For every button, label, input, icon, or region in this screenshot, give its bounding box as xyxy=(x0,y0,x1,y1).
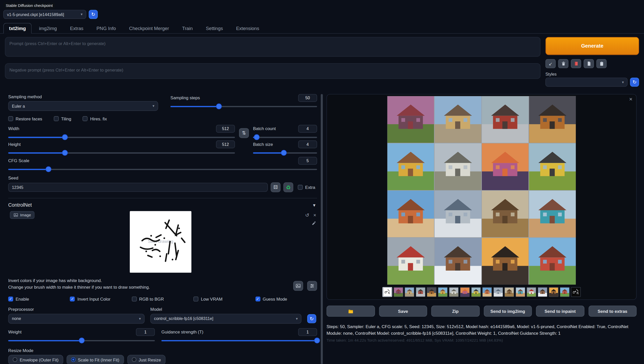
sampling-steps-value[interactable]: 50 xyxy=(298,94,317,102)
send-to-inpaint-button[interactable]: Send to inpaint xyxy=(536,305,584,317)
tab-extras[interactable]: Extras xyxy=(64,23,89,34)
swap-width-height-button[interactable]: ⇅ xyxy=(239,128,249,138)
weight-value[interactable]: 1 xyxy=(136,328,155,336)
weight-slider[interactable] xyxy=(8,338,155,343)
gallery-image-11[interactable] xyxy=(482,191,529,237)
controlnet-canvas[interactable]: Start drawing xyxy=(130,211,191,273)
rgb-to-bgr-checkbox[interactable]: RGB to BGR xyxy=(132,296,194,301)
invert-input-color-checkbox[interactable]: Invert Input Color xyxy=(70,296,132,301)
thumbnail-input-scribble[interactable] xyxy=(382,287,392,297)
thumbnail-image-5[interactable] xyxy=(438,287,448,297)
cfg-scale-slider[interactable] xyxy=(8,167,317,172)
send-to-img2img-button[interactable]: Send to img2img xyxy=(484,305,532,317)
batch-size-value[interactable]: 4 xyxy=(298,141,317,148)
tab-settings[interactable]: Settings xyxy=(200,23,229,34)
thumbnail-image-6[interactable] xyxy=(449,287,459,297)
restore-faces-checkbox[interactable]: Restore faces xyxy=(8,116,42,121)
cfg-scale-value[interactable]: 5 xyxy=(298,157,317,165)
gallery-image-9[interactable] xyxy=(387,191,434,237)
thumbnail-image-11[interactable] xyxy=(504,287,514,297)
negative-prompt-input[interactable] xyxy=(5,63,540,79)
gallery-image-3[interactable] xyxy=(482,96,529,143)
hires-fix-checkbox[interactable]: Hires. fix xyxy=(83,116,107,121)
paste-params-button[interactable]: ↙ xyxy=(545,59,556,68)
thumbnail-image-2[interactable] xyxy=(404,287,414,297)
tab-checkpoint-merger[interactable]: Checkpoint Merger xyxy=(123,23,175,34)
close-gallery-button[interactable]: × xyxy=(629,96,633,102)
extra-networks-button[interactable] xyxy=(571,59,581,68)
guess-mode-checkbox[interactable]: Guess Mode xyxy=(255,296,317,301)
refresh-styles-button[interactable]: ↻ xyxy=(630,78,639,87)
guidance-strength-slider[interactable] xyxy=(161,338,317,343)
gallery-image-12[interactable] xyxy=(529,191,576,237)
tab-train[interactable]: Train xyxy=(176,23,199,34)
brush-icon[interactable] xyxy=(312,221,316,226)
model-dropdown[interactable]: control_scribble-fp16 [c508311e] ▾ xyxy=(150,314,302,324)
gallery-image-5[interactable] xyxy=(387,143,434,190)
tab-png-info[interactable]: PNG Info xyxy=(91,23,122,34)
resize-just-resize-radio[interactable]: Just Resize xyxy=(127,355,165,364)
refresh-checkpoint-button[interactable]: ↻ xyxy=(89,10,98,19)
thumbnail-inverted-scribble[interactable] xyxy=(571,287,581,297)
settings-scrollbar[interactable] xyxy=(321,94,323,364)
styles-dropdown[interactable]: ▾ xyxy=(545,78,628,87)
thumbnail-image-8[interactable] xyxy=(471,287,481,297)
height-value[interactable]: 512 xyxy=(216,141,235,148)
low-vram-checkbox[interactable]: Low VRAM xyxy=(193,296,255,301)
gallery-image-16[interactable] xyxy=(529,238,576,285)
thumbnail-image-7[interactable] xyxy=(460,287,470,297)
refresh-models-button[interactable]: ↻ xyxy=(307,314,316,323)
thumbnail-image-16[interactable] xyxy=(560,287,570,297)
thumbnail-image-9[interactable] xyxy=(482,287,492,297)
undo-icon[interactable]: ↺ xyxy=(305,213,309,218)
tab-image[interactable]: Image xyxy=(10,211,35,219)
reuse-seed-button[interactable]: ♻ xyxy=(283,182,293,192)
gallery-image-4[interactable] xyxy=(529,96,576,143)
batch-count-slider[interactable] xyxy=(253,135,317,140)
tab-img2img[interactable]: img2img xyxy=(33,23,63,34)
thumbnail-image-3[interactable] xyxy=(416,287,426,297)
thumbnail-image-4[interactable] xyxy=(427,287,437,297)
gallery-image-13[interactable] xyxy=(387,238,434,285)
gallery-image-15[interactable] xyxy=(482,238,529,285)
prompt-input[interactable] xyxy=(5,37,540,57)
save-style-button[interactable] xyxy=(584,59,594,68)
apply-style-button[interactable] xyxy=(596,59,607,68)
random-seed-button[interactable]: ⚄ xyxy=(271,182,281,192)
tab-txt2img[interactable]: txt2img xyxy=(3,23,32,34)
enable-checkbox[interactable]: Enable xyxy=(8,296,70,301)
thumbnail-image-13[interactable] xyxy=(527,287,537,297)
tiling-checkbox[interactable]: Tiling xyxy=(54,116,71,121)
thumbnail-image-15[interactable] xyxy=(549,287,559,297)
seed-input[interactable] xyxy=(8,183,268,192)
clear-canvas-icon[interactable]: × xyxy=(313,213,316,218)
thumbnail-image-10[interactable] xyxy=(493,287,503,297)
width-slider[interactable] xyxy=(8,135,235,140)
seed-extra-checkbox[interactable]: Extra xyxy=(298,185,315,190)
clear-prompt-button[interactable] xyxy=(558,59,568,68)
gallery-image-8[interactable] xyxy=(529,143,576,190)
generate-button[interactable]: Generate xyxy=(545,37,639,55)
gallery-image-6[interactable] xyxy=(435,143,481,190)
gallery-image-7[interactable] xyxy=(482,143,529,190)
save-button[interactable]: Save xyxy=(379,305,427,317)
batch-count-value[interactable]: 4 xyxy=(298,125,317,133)
collapse-icon[interactable]: ▼ xyxy=(312,203,317,207)
guidance-strength-value[interactable]: 1 xyxy=(298,328,317,336)
sampling-steps-slider[interactable] xyxy=(171,104,317,109)
resize-envelope-radio[interactable]: Envelope (Outer Fit) xyxy=(8,355,63,364)
gallery-image-2[interactable] xyxy=(435,96,481,143)
tab-extensions[interactable]: Extensions xyxy=(230,23,265,34)
height-slider[interactable] xyxy=(8,150,235,156)
gallery-image-10[interactable] xyxy=(435,191,481,237)
thumbnail-image-12[interactable] xyxy=(515,287,525,297)
open-folder-button[interactable] xyxy=(327,305,375,317)
zip-button[interactable]: Zip xyxy=(431,305,480,317)
batch-size-slider[interactable] xyxy=(253,150,317,156)
width-value[interactable]: 512 xyxy=(216,125,235,133)
brush-settings-button[interactable] xyxy=(307,281,317,291)
thumbnail-image-1[interactable] xyxy=(394,287,403,297)
sampling-method-dropdown[interactable]: Euler a ▾ xyxy=(8,101,158,111)
gallery-image-14[interactable] xyxy=(435,238,481,285)
thumbnail-image-14[interactable] xyxy=(538,287,548,297)
